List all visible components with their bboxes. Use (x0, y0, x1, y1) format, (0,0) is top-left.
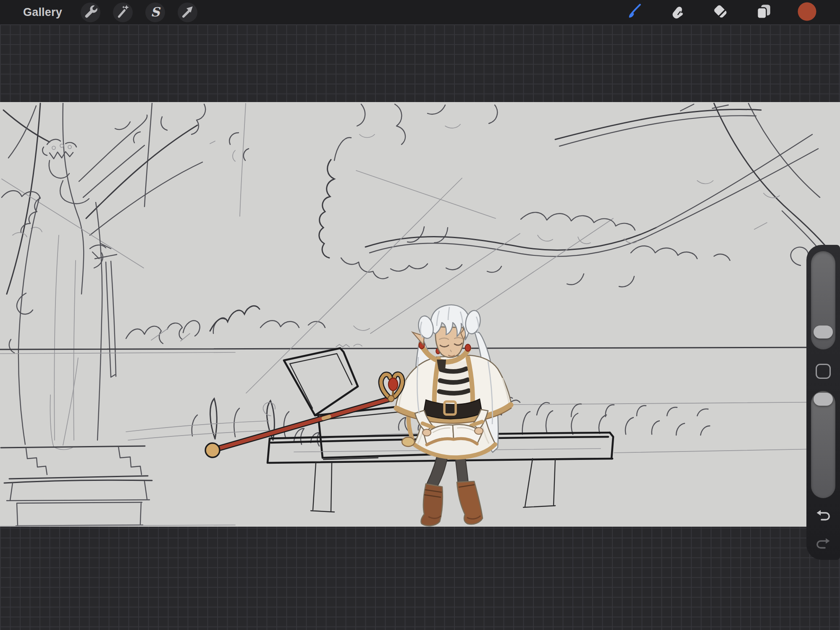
erase-tool-button[interactable] (711, 3, 730, 22)
actions-button[interactable] (81, 3, 100, 22)
modify-button[interactable] (816, 364, 831, 379)
color-swatch-button[interactable] (797, 3, 817, 22)
transform-arrow-icon (178, 2, 197, 23)
adjustments-button[interactable] (113, 3, 133, 22)
wrench-icon (81, 2, 100, 23)
color-swatch-circle (797, 2, 817, 23)
selection-button[interactable]: S (145, 3, 165, 22)
sketch-right-tree (521, 103, 837, 287)
smudge-tool-button[interactable] (667, 3, 687, 22)
opacity-slider[interactable] (811, 391, 835, 498)
layers-icon (754, 2, 774, 23)
brush-sidebar (806, 245, 840, 560)
brush-size-slider[interactable] (811, 251, 835, 349)
eraser-icon (711, 2, 730, 23)
top-toolbar: Gallery S (0, 0, 840, 24)
redo-arrow-icon (815, 537, 832, 553)
undo-button[interactable] (814, 507, 832, 526)
undo-arrow-icon (815, 509, 832, 525)
smudge-finger-icon (667, 2, 687, 23)
procreate-workspace: { "toolbar": { "gallery_label": "Gallery… (0, 0, 840, 630)
sketch-left-tree-and-statue (2, 103, 249, 449)
layers-button[interactable] (754, 3, 774, 22)
magic-wand-icon (113, 2, 133, 23)
selection-s-icon: S (151, 5, 160, 19)
sketch-pedestal-steps (0, 358, 235, 526)
brush-size-handle[interactable] (814, 326, 833, 339)
drawing-canvas[interactable] (0, 102, 840, 527)
paint-tool-button[interactable] (624, 3, 644, 22)
redo-button[interactable] (814, 536, 832, 554)
character-frieren (396, 305, 512, 526)
canvas-artwork (0, 102, 840, 527)
opacity-handle[interactable] (814, 393, 833, 406)
paintbrush-icon (624, 2, 644, 23)
gallery-button[interactable]: Gallery (23, 6, 62, 19)
transform-button[interactable] (178, 3, 197, 22)
